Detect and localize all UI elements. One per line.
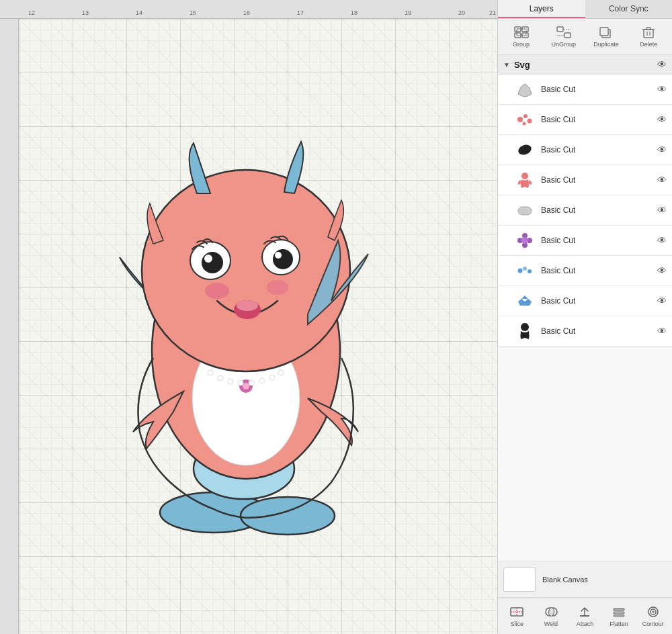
flatten-label: Flatten (610, 621, 628, 627)
delete-button[interactable]: Delete (628, 23, 669, 50)
svg-point-24 (259, 378, 265, 383)
layer-item[interactable]: Basic Cut 👁 (498, 316, 672, 347)
weld-button[interactable]: Weld (535, 602, 568, 630)
layer-label-6: Basic Cut (541, 236, 652, 245)
layer-thumb-4 (514, 171, 536, 189)
layer-label-3: Basic Cut (541, 145, 652, 154)
delete-label: Delete (640, 41, 657, 48)
tab-header: Layers Color Sync (498, 0, 672, 19)
layer-item[interactable]: Basic Cut 👁 (498, 286, 672, 316)
svg-rect-33 (564, 33, 571, 38)
svg-point-18 (243, 383, 249, 390)
svg-point-21 (228, 379, 233, 384)
blank-canvas-row[interactable]: Blank Canvas (498, 561, 672, 598)
svg-point-25 (269, 375, 275, 380)
ruler-left (0, 19, 19, 634)
layer-eye-5[interactable]: 👁 (657, 205, 667, 216)
attach-button[interactable]: Attach (569, 602, 601, 630)
svg-point-73 (652, 611, 654, 613)
svg-rect-31 (517, 29, 526, 36)
svg-point-13 (205, 283, 229, 299)
svg-point-14 (267, 280, 288, 295)
weld-icon (543, 605, 559, 619)
svg-point-23 (249, 380, 254, 386)
canvas-area: 12 13 14 15 16 17 18 19 20 21 (0, 0, 497, 634)
ruler-num: 21 (489, 9, 496, 16)
layer-item[interactable]: Basic Cut 👁 (498, 165, 672, 195)
svg-point-16 (237, 300, 258, 311)
blank-canvas-thumb (503, 568, 536, 592)
layer-item[interactable]: Basic Cut 👁 (498, 105, 672, 135)
svg-rect-67 (580, 615, 589, 617)
bottom-toolbar: Slice Weld Attach (498, 598, 672, 634)
layer-eye-2[interactable]: 👁 (657, 114, 667, 125)
character-container (73, 52, 395, 556)
layers-list[interactable]: ▼ Svg 👁 Basic Cut 👁 (498, 55, 672, 561)
layer-thumb-8 (514, 291, 536, 310)
svg-eye-icon[interactable]: 👁 (657, 59, 667, 70)
layer-eye-8[interactable]: 👁 (657, 296, 667, 306)
layer-label-4: Basic Cut (541, 175, 652, 185)
slice-button[interactable]: Slice (501, 602, 534, 630)
blank-canvas-label: Blank Canvas (542, 576, 588, 584)
attach-icon (577, 605, 593, 619)
layers-toolbar: Group UnGroup Duplicate (498, 19, 672, 55)
layer-eye-7[interactable]: 👁 (657, 265, 667, 276)
layer-eye-3[interactable]: 👁 (657, 144, 667, 155)
svg-rect-30 (522, 33, 528, 38)
slice-icon (509, 605, 525, 619)
svg-point-59 (523, 267, 527, 271)
ruler-num: 15 (190, 9, 196, 16)
layer-item[interactable]: Basic Cut 👁 (498, 75, 672, 105)
ruler-num: 14 (136, 9, 142, 16)
ruler-num: 17 (297, 9, 304, 16)
svg-point-60 (528, 269, 532, 273)
tab-layers[interactable]: Layers (498, 0, 585, 18)
ruler-num: 16 (243, 9, 250, 16)
ruler-num: 20 (458, 9, 465, 16)
layer-eye-6[interactable]: 👁 (657, 235, 667, 246)
layer-label-7: Basic Cut (541, 266, 652, 275)
duplicate-button[interactable]: Duplicate (586, 23, 627, 50)
svg-point-20 (218, 375, 223, 381)
canvas-grid[interactable] (19, 19, 497, 634)
ruler-top: 12 13 14 15 16 17 18 19 20 21 (0, 0, 497, 19)
layer-thumb-9 (514, 322, 536, 341)
layer-thumb-7 (514, 261, 536, 280)
group-button[interactable]: Group (501, 23, 542, 50)
right-panel: Layers Color Sync Group (497, 0, 672, 634)
layer-item[interactable]: Basic Cut 👁 (498, 135, 672, 165)
svg-point-26 (278, 370, 284, 375)
svg-point-6 (142, 170, 350, 371)
svg-rect-38 (644, 30, 653, 38)
svg-rect-37 (600, 28, 608, 36)
layer-item[interactable]: Basic Cut 👁 (498, 195, 672, 226)
ungroup-label: UnGroup (552, 41, 577, 48)
layer-item[interactable]: Basic Cut 👁 (498, 256, 672, 286)
layer-label-8: Basic Cut (541, 296, 652, 306)
character-svg (79, 69, 388, 539)
ruler-num: 12 (28, 9, 35, 16)
svg-rect-32 (557, 27, 563, 32)
svg-point-11 (273, 249, 293, 269)
svg-rect-68 (614, 608, 624, 610)
svg-point-8 (202, 252, 223, 273)
tab-color-sync[interactable]: Color Sync (585, 0, 673, 18)
svg-rect-28 (522, 27, 528, 32)
flatten-button[interactable]: Flatten (603, 602, 636, 630)
layer-eye-9[interactable]: 👁 (657, 326, 667, 336)
layer-item[interactable]: Basic Cut 👁 (498, 226, 672, 256)
duplicate-label: Duplicate (593, 41, 619, 48)
svg-group-header[interactable]: ▼ Svg 👁 (498, 55, 672, 75)
svg-point-48 (523, 122, 526, 126)
svg-point-46 (523, 114, 528, 118)
svg-point-19 (208, 370, 213, 375)
slice-label: Slice (511, 621, 524, 627)
delete-icon (640, 26, 657, 39)
layer-thumb-6 (514, 231, 536, 250)
ungroup-button[interactable]: UnGroup (543, 23, 584, 50)
layer-eye-4[interactable]: 👁 (657, 175, 667, 185)
layer-thumb-2 (514, 110, 536, 129)
contour-button[interactable]: Contour (636, 602, 669, 630)
layer-eye-1[interactable]: 👁 (657, 84, 667, 95)
